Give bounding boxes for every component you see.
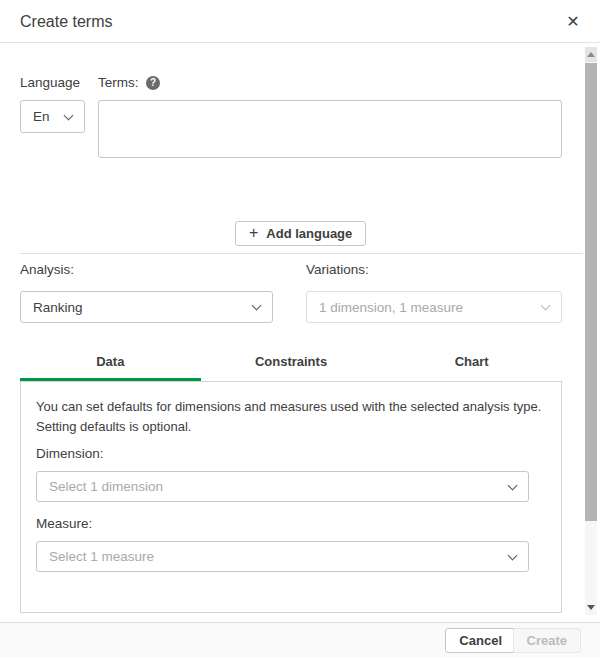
help-icon[interactable]: ? [146,76,160,90]
dimension-label: Dimension: [36,446,104,461]
language-select-value: En [33,109,50,124]
close-button[interactable]: ✕ [558,7,588,37]
plus-icon: + [249,225,258,241]
dialog-title: Create terms [20,0,112,43]
add-language-label: Add language [266,226,352,241]
dimension-select[interactable]: Select 1 dimension [36,471,529,502]
dialog-header: Create terms ✕ [0,0,600,43]
variations-select-value: 1 dimension, 1 measure [319,300,463,315]
language-label: Language [20,75,80,90]
analysis-select-value: Ranking [33,300,83,315]
measure-select-placeholder: Select 1 measure [49,549,154,564]
measure-label: Measure: [36,516,92,531]
measure-select[interactable]: Select 1 measure [36,541,529,572]
add-language-button[interactable]: + Add language [235,221,366,246]
scroll-down-button[interactable] [585,600,597,615]
chevron-down-icon [252,301,262,311]
scroll-up-button[interactable] [585,47,597,62]
tab-chart[interactable]: Chart [381,350,562,381]
terms-label: Terms: [98,75,139,90]
create-terms-dialog: Create terms ✕ Language Terms: ? En + Ad… [0,0,600,657]
tab-constraints[interactable]: Constraints [201,350,382,381]
tab-data[interactable]: Data [20,350,201,381]
analysis-select[interactable]: Ranking [20,291,273,323]
chevron-down-icon [508,480,518,490]
section-divider [20,253,583,254]
dimension-select-placeholder: Select 1 dimension [49,479,163,494]
vertical-scrollbar[interactable] [585,47,597,615]
arrow-up-icon [587,52,595,57]
chevron-down-icon [508,550,518,560]
variations-label: Variations: [306,262,369,277]
arrow-down-icon [587,605,595,610]
dialog-footer: Cancel Create [0,622,600,657]
data-tab-panel: You can set defaults for dimensions and … [20,381,562,613]
panel-description-line2: Setting defaults is optional. [36,419,191,434]
close-icon: ✕ [566,13,579,30]
analysis-label: Analysis: [20,262,74,277]
chevron-down-icon [541,301,551,311]
tab-bar: Data Constraints Chart [20,350,562,381]
variations-select[interactable]: 1 dimension, 1 measure [306,291,562,323]
create-button[interactable]: Create [513,628,581,653]
scrollbar-thumb[interactable] [585,63,597,521]
cancel-button[interactable]: Cancel [445,628,516,653]
language-select[interactable]: En [20,100,85,133]
chevron-down-icon [64,110,74,120]
terms-textarea[interactable] [98,100,562,158]
panel-description-line1: You can set defaults for dimensions and … [36,399,541,414]
